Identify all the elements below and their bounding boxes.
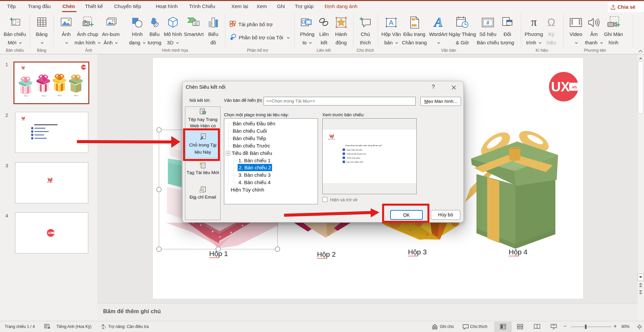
svg-text:ANH GROUP: ANH GROUP (328, 139, 335, 140)
svg-text:Chỉnh sửa video: Chỉnh sửa video (347, 157, 360, 159)
svg-text:UX: UX (551, 79, 570, 94)
svg-text:Lập trình phần mềm: Lập trình phần mềm (347, 161, 363, 163)
svg-text:Soạn thảo văn bản: Soạn thảo văn bản (347, 149, 362, 151)
svg-text:.vn: .vn (571, 85, 577, 89)
svg-text:Hộp 3: Hộp 3 (408, 248, 427, 256)
svg-text:PowerPoint là phần mềm dùng để: PowerPoint là phần mềm dùng để làm gì? (346, 144, 382, 147)
svg-text:Thiết kế bài thuyết trình: Thiết kế bài thuyết trình (347, 153, 366, 155)
svg-text:Hộp 4: Hộp 4 (509, 248, 527, 256)
svg-text:Hộp 2: Hộp 2 (317, 250, 336, 258)
